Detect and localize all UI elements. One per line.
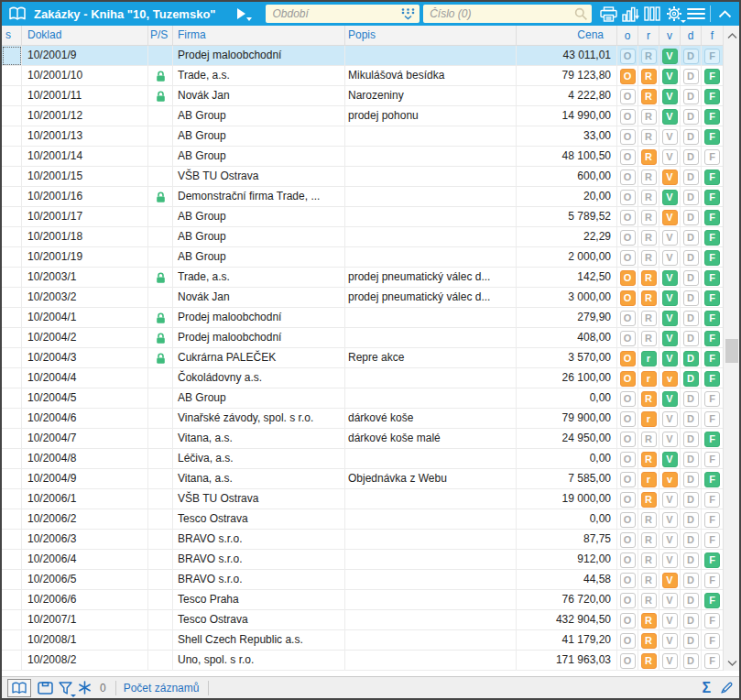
row-marker-cell[interactable] (2, 106, 22, 126)
row-marker-cell[interactable] (2, 167, 22, 187)
table-row[interactable]: 10/2004/5AB Group0,00ORVDF (2, 388, 723, 409)
settings-button[interactable] (664, 4, 684, 24)
row-marker-cell[interactable] (2, 651, 22, 671)
table-row[interactable]: 10/2001/14AB Group48 100,50ORVDF (2, 147, 723, 167)
table-row[interactable]: 10/2001/13AB Group33,00ORVDF (2, 126, 723, 147)
row-marker-cell[interactable] (2, 388, 22, 409)
row-marker-cell[interactable] (2, 610, 22, 630)
table-row[interactable]: 10/2001/19AB Group2 000,00ORVDF (2, 247, 723, 268)
scroll-down-button[interactable] (724, 654, 740, 671)
table-row[interactable]: 10/2001/11Novák JanNarozeniny4 222,80ORV… (2, 86, 723, 106)
scrollbar-thumb[interactable] (725, 339, 738, 363)
column-header-r[interactable]: r (638, 26, 659, 46)
row-marker-cell[interactable] (2, 429, 22, 449)
filter-button[interactable] (59, 679, 72, 697)
column-header-ps[interactable]: P/S (148, 26, 173, 46)
row-marker-cell[interactable] (2, 368, 22, 388)
row-marker-cell[interactable] (2, 550, 22, 570)
table-row[interactable]: 10/2006/6Tesco Praha76 720,00ORVDF (2, 590, 723, 610)
table-row[interactable]: 10/2001/12AB Groupprodej pohonu14 990,00… (2, 106, 723, 126)
table-row[interactable]: 10/2004/3Cukrárna PALEČEKRepre akce3 570… (2, 348, 723, 368)
row-marker-cell[interactable] (2, 469, 22, 489)
status-badge-f: F (704, 432, 720, 447)
print-button[interactable] (598, 4, 618, 24)
table-row[interactable]: 10/2008/2Uno, spol. s r.o.171 963,03ORVD… (2, 651, 723, 671)
columns-button[interactable] (642, 4, 662, 24)
collapse-panel-button[interactable] (708, 4, 735, 24)
table-row[interactable]: 10/2001/16Demonstrační firma Trade, ...2… (2, 187, 723, 207)
column-header-popis[interactable]: Popis (345, 26, 517, 46)
table-row[interactable]: 10/2004/8Léčiva, a.s.0,00ORVDF (2, 449, 723, 469)
row-marker-cell[interactable] (2, 449, 22, 469)
row-marker-cell[interactable] (2, 86, 22, 106)
column-header-d[interactable]: d (681, 26, 702, 46)
row-marker-cell[interactable] (2, 570, 22, 590)
table-row[interactable]: 10/2004/7Vitana, a.s.dárkové koše malé24… (2, 429, 723, 449)
table-row[interactable]: 10/2007/1Tesco Ostrava432 904,50ORVDF (2, 610, 723, 630)
row-marker-cell[interactable] (2, 187, 22, 207)
menu-button[interactable] (686, 4, 706, 24)
menu-icon (687, 8, 705, 19)
table-row[interactable]: 10/2006/3BRAVO s.r.o.87,75ORVDF (2, 530, 723, 550)
table-row[interactable]: 10/2006/1VŠB TU Ostrava19 000,00ORVDF (2, 489, 723, 509)
row-marker-cell[interactable] (2, 147, 22, 167)
table-row[interactable]: 10/2006/2Tesco Ostrava0,00ORVDF (2, 509, 723, 530)
row-marker-cell[interactable] (2, 348, 22, 368)
run-book-button[interactable] (234, 5, 254, 22)
row-marker-cell[interactable] (2, 489, 22, 509)
row-marker-cell[interactable] (2, 509, 22, 530)
row-marker-cell[interactable] (2, 126, 22, 147)
row-marker-cell[interactable] (2, 630, 22, 651)
table-row[interactable]: 10/2003/2Novák Janprodej pneumatický vál… (2, 288, 723, 308)
row-marker-cell[interactable] (2, 328, 22, 348)
column-header-doklad[interactable]: Doklad (22, 26, 148, 46)
table-row[interactable]: 10/2001/9Prodej maloobchodní43 011,01ORV… (2, 46, 723, 66)
edit-button[interactable] (720, 679, 734, 697)
snowflake-button[interactable] (78, 679, 92, 697)
row-marker-cell[interactable] (2, 308, 22, 328)
row-marker-cell[interactable] (2, 530, 22, 550)
record-count-label[interactable]: Počet záznamů (124, 682, 200, 695)
row-marker-cell[interactable] (2, 46, 22, 66)
row-marker-cell[interactable] (2, 409, 22, 429)
cell-badge: V (659, 489, 681, 509)
row-marker-cell[interactable] (2, 247, 22, 268)
column-header-o[interactable]: o (617, 26, 638, 46)
column-header-f[interactable]: f (702, 26, 723, 46)
table-row[interactable]: 10/2006/5BRAVO s.r.o.44,58ORVDF (2, 570, 723, 590)
table-row[interactable]: 10/2003/1Trade, a.s.prodej pneumatický v… (2, 268, 723, 288)
vertical-scrollbar[interactable] (723, 26, 739, 671)
column-header-firma[interactable]: Firma (173, 26, 345, 46)
table-row[interactable]: 10/2004/2Prodej maloobchodní408,00ORVDF (2, 328, 723, 348)
table-row[interactable]: 10/2001/18AB Group22,29ORVDF (2, 227, 723, 247)
row-marker-cell[interactable] (2, 66, 22, 86)
table-row[interactable]: 10/2001/17AB Group5 789,52ORVDF (2, 207, 723, 227)
archive-button[interactable] (38, 679, 53, 697)
table-row[interactable]: 10/2006/4BRAVO s.r.o.912,00ORVDF (2, 550, 723, 570)
table-row[interactable]: 10/2004/1Prodej maloobchodní279,90ORVDF (2, 308, 723, 328)
row-marker-cell[interactable] (2, 268, 22, 288)
column-header-cena[interactable]: Cena (517, 26, 617, 46)
period-picker-icon[interactable] (400, 7, 416, 24)
period-input[interactable] (266, 5, 420, 22)
table-row[interactable]: 10/2004/9Vitana, a.s.Objednávka z Webu7 … (2, 469, 723, 489)
row-marker-cell[interactable] (2, 207, 22, 227)
column-header-s[interactable]: s (2, 26, 22, 46)
row-marker-cell[interactable] (2, 590, 22, 610)
scroll-up-button[interactable] (724, 27, 740, 44)
sum-button[interactable]: Σ (702, 681, 711, 695)
table-row[interactable]: 10/2004/4Čokoládovny a.s.26 100,00OrvDF (2, 368, 723, 388)
column-header-v[interactable]: v (659, 26, 681, 46)
table-row[interactable]: 10/2008/1Shell Czech Republic a.s.41 179… (2, 630, 723, 651)
table-row[interactable]: 10/2004/6Vinařské závody, spol. s r.o.dá… (2, 409, 723, 429)
row-marker-cell[interactable] (2, 288, 22, 308)
cell-doklad: 10/2001/10 (22, 66, 148, 86)
table-row[interactable]: 10/2001/15VŠB TU Ostrava600,00ORVDF (2, 167, 723, 187)
search-input[interactable] (423, 5, 592, 22)
chart-button[interactable] (620, 4, 640, 24)
view-book-button[interactable] (7, 679, 31, 697)
status-badge-f: F (704, 492, 720, 508)
table-row[interactable]: 10/2001/10Trade, a.s.Mikulášová besídka7… (2, 66, 723, 86)
cell-badge: O (617, 348, 638, 368)
row-marker-cell[interactable] (2, 227, 22, 247)
